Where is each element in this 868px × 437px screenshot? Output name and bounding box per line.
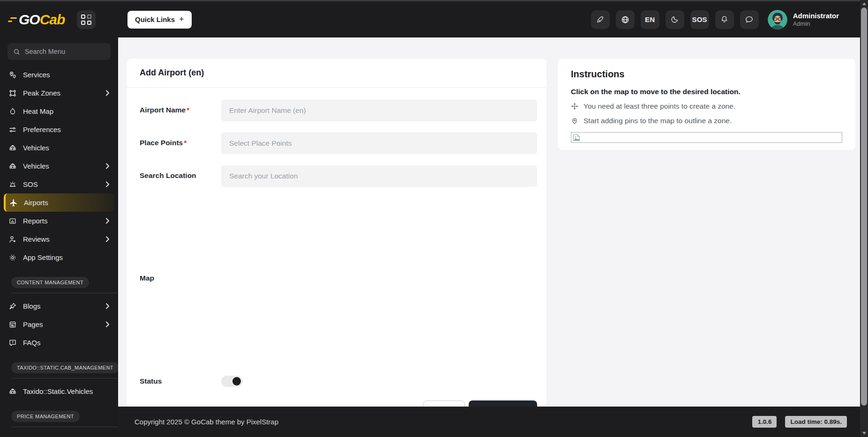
sidebar-item-sos[interactable]: SOS — [4, 175, 114, 193]
scrollbar-up-arrow[interactable] — [860, 0, 868, 7]
sidebar-item-vehicles[interactable]: Vehicles — [4, 139, 114, 157]
sidebar-item-faqs[interactable]: ? FAQs — [4, 333, 114, 352]
sidebar-toggle-button[interactable] — [77, 10, 96, 29]
search-location-input[interactable] — [221, 165, 537, 187]
page-title: Add Airport (en) — [140, 68, 533, 78]
scrollbar-thumb[interactable] — [861, 7, 867, 406]
chevron-right-icon — [105, 218, 110, 224]
sidebar-search — [7, 43, 111, 60]
sidebar-item-vehicles-2[interactable]: Vehicles — [4, 157, 114, 175]
search-input[interactable] — [25, 48, 105, 55]
customizer-button[interactable] — [591, 10, 610, 29]
instruction-item: Start adding pins to the map to outline … — [571, 117, 842, 125]
sidebar-item-label: App Settings — [23, 253, 63, 261]
search-location-label: Search Location — [140, 165, 221, 187]
map-label: Map — [140, 274, 537, 282]
sidebar-item-airports[interactable]: Airports — [4, 193, 114, 212]
peak-zones-icon — [8, 89, 17, 97]
faq-icon: ? — [8, 339, 17, 347]
pushpin-icon — [8, 302, 17, 311]
sidebar-item-services[interactable]: Services — [4, 66, 114, 84]
scrollbar-down-arrow[interactable] — [860, 430, 868, 437]
logo-text-go: GO — [19, 12, 40, 28]
page-icon — [8, 320, 17, 329]
notifications-button[interactable] — [715, 10, 734, 29]
sidebar-item-heat-map[interactable]: Heat Map — [4, 102, 114, 120]
search-icon — [13, 48, 20, 56]
scrollbar — [860, 0, 868, 437]
copyright-text: Copyright 2025 © GoCab theme by PixelStr… — [135, 418, 278, 426]
instructions-card: Instructions Click on the map to move to… — [558, 59, 855, 150]
instructions-title: Instructions — [571, 69, 842, 80]
language-code-button[interactable]: EN — [641, 10, 659, 29]
sidebar-item-label: Peak Zones — [23, 89, 60, 97]
instruction-text: Start adding pins to the map to outline … — [584, 117, 732, 125]
logo-text-cab: Cab — [40, 12, 65, 28]
required-asterisk: * — [184, 139, 187, 147]
place-points-label: Place Points* — [140, 133, 221, 154]
chevron-right-icon — [105, 181, 110, 187]
siren-icon — [8, 180, 17, 189]
sos-button[interactable]: SOS — [690, 10, 709, 29]
sidebar-item-app-settings[interactable]: App Settings — [4, 248, 114, 267]
content-area: Add Airport (en) Airport Name* Place Poi… — [118, 37, 868, 407]
sidebar-item-taxido-static-vehicles[interactable]: Taxido::Static.Vehicles — [4, 382, 114, 400]
sidebar-item-blogs[interactable]: Blogs — [4, 297, 114, 315]
section-divider — [11, 378, 118, 378]
sidebar-item-label: Vehicles — [23, 144, 49, 152]
language-code: EN — [645, 15, 655, 23]
chevron-right-icon — [105, 163, 110, 169]
cancel-button[interactable] — [423, 400, 465, 407]
status-label: Status — [140, 377, 221, 385]
airport-name-input[interactable] — [221, 100, 537, 121]
map-container[interactable] — [140, 282, 537, 367]
status-toggle[interactable] — [221, 376, 243, 387]
section-content-management: CONTENT MANAGEMENT — [11, 277, 89, 288]
heat-map-icon — [8, 107, 17, 116]
sidebar-item-reviews[interactable]: Reviews — [4, 230, 114, 248]
version-badge: 1.0.6 — [752, 416, 777, 428]
user-info: Administrator Admin — [793, 11, 839, 28]
sidebar-item-peak-zones[interactable]: Peak Zones — [4, 84, 114, 102]
place-points-input[interactable] — [221, 133, 537, 154]
user-name: Administrator — [793, 11, 839, 20]
sidebar: Services Peak Zones Heat Map Preferences… — [0, 37, 118, 437]
footer-badges: 1.0.6 Load time: 0.89s. — [752, 416, 847, 428]
sidebar-item-reports[interactable]: Reports — [4, 212, 114, 230]
sidebar-item-label: Vehicles — [23, 162, 49, 170]
submit-button[interactable] — [469, 400, 537, 407]
section-cab-management: TAXIDO::STATIC.CAB_MANAGEMENT — [11, 362, 118, 373]
toggle-knob — [232, 377, 241, 385]
sidebar-item-pages[interactable]: Pages — [4, 315, 114, 333]
reports-icon — [8, 217, 17, 225]
card-body: Airport Name* Place Points* Search Locat… — [127, 88, 546, 407]
chevron-right-icon — [105, 321, 110, 327]
moon-icon — [670, 15, 679, 24]
main-area: Add Airport (en) Airport Name* Place Poi… — [118, 37, 868, 437]
header-left: GO Cab — [0, 10, 118, 29]
reviews-icon — [8, 235, 17, 244]
sidebar-item-label: Reviews — [23, 235, 50, 243]
preferences-icon — [8, 126, 17, 134]
footer: Copyright 2025 © GoCab theme by PixelStr… — [118, 407, 868, 437]
sidebar-item-preferences[interactable]: Preferences — [4, 120, 114, 139]
user-menu[interactable]: Administrator Admin — [768, 10, 839, 30]
messages-button[interactable] — [740, 10, 759, 29]
pin-icon — [571, 117, 578, 125]
avatar — [768, 10, 787, 30]
brush-icon — [596, 15, 605, 24]
language-globe-button[interactable] — [616, 10, 635, 29]
header-actions: EN SOS — [591, 10, 868, 30]
form-row-status: Status — [140, 376, 537, 387]
user-role: Admin — [793, 20, 839, 28]
sidebar-item-label: Blogs — [23, 302, 41, 310]
chat-icon — [745, 15, 754, 24]
broken-image-icon — [573, 134, 580, 141]
sidebar-item-label: Taxido::Static.Vehicles — [23, 387, 93, 395]
gear-icon — [8, 253, 17, 262]
instructions-heading: Click on the map to move to the desired … — [571, 88, 842, 96]
services-icon — [8, 71, 17, 79]
dark-mode-button[interactable] — [666, 10, 684, 29]
gocab-logo[interactable]: GO Cab — [10, 12, 65, 28]
quick-links-button[interactable]: Quick Links + — [127, 11, 192, 29]
